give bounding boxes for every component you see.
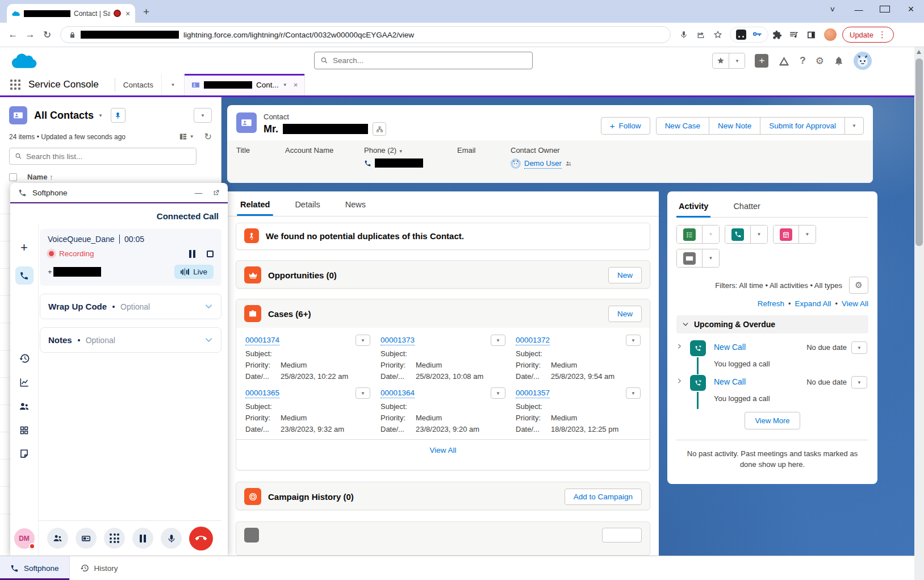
nav-tab-contacts[interactable]: Contacts	[115, 74, 161, 95]
add-to-campaign-button[interactable]: Add to Campaign	[565, 489, 642, 505]
app-launcher-waffle-icon[interactable]	[10, 80, 20, 90]
workspace-subtab-contact[interactable]: Cont... ▼ ×	[184, 74, 305, 95]
back-button[interactable]: ←	[5, 29, 22, 40]
expand-all-link[interactable]: Expand All	[795, 299, 831, 308]
refresh-list-icon[interactable]: ↻	[204, 131, 212, 142]
list-search-input[interactable]	[26, 152, 191, 161]
new-case-button[interactable]: New Case	[656, 117, 709, 135]
notifications-bell-icon[interactable]	[834, 56, 844, 66]
browser-menu-kebab-icon[interactable]: ⋮	[878, 30, 887, 40]
list-view-selector-caret-icon[interactable]: ▼	[98, 113, 103, 118]
select-all-checkbox[interactable]	[9, 173, 17, 181]
tab-close-icon[interactable]: ×	[126, 9, 130, 18]
playlist-icon[interactable]	[785, 26, 802, 43]
display-settings-icon[interactable]: ▼	[179, 132, 194, 141]
opportunities-title[interactable]: Opportunities (0)	[268, 270, 337, 280]
list-actions-caret-button[interactable]: ▼	[194, 108, 212, 123]
extensions-puzzle-icon[interactable]	[768, 26, 785, 43]
new-tab-button[interactable]: +	[143, 6, 149, 18]
bookmark-star-icon[interactable]	[709, 26, 726, 43]
case-number-link[interactable]: 00001357	[516, 389, 550, 398]
chevron-down-icon[interactable]	[204, 336, 213, 344]
reload-button[interactable]: ↻	[39, 29, 56, 41]
dialpad-icon[interactable]	[104, 528, 125, 549]
forward-button[interactable]: →	[22, 29, 39, 40]
browser-update-button[interactable]: Update ⋮	[842, 27, 894, 43]
tab-news[interactable]: News	[345, 200, 366, 216]
extension-boxdots-icon[interactable]	[736, 30, 746, 40]
scrollbar-up-arrow[interactable]	[917, 50, 921, 54]
address-bar[interactable]: lightning.force.com/lightning/r/Contact/…	[60, 26, 671, 43]
tab-details[interactable]: Details	[295, 200, 320, 216]
global-search-input[interactable]	[333, 56, 526, 65]
user-avatar[interactable]	[854, 52, 872, 70]
follow-button[interactable]: + Follow	[601, 117, 650, 135]
contacts-icon[interactable]	[18, 400, 30, 412]
case-number-link[interactable]: 00001364	[381, 389, 415, 398]
browser-profile-avatar[interactable]	[824, 28, 837, 41]
softphone-header[interactable]: Softphone —	[10, 183, 228, 203]
activity-actions-caret[interactable]: ▼	[851, 341, 867, 354]
help-icon[interactable]: ?	[800, 55, 805, 66]
nav-tab-contacts-caret-icon[interactable]: ▼	[161, 74, 184, 95]
sidebar-icon[interactable]	[802, 26, 820, 43]
window-minimize-button[interactable]: —	[854, 5, 864, 14]
case-number-link[interactable]: 00001374	[245, 336, 279, 345]
scrollbar-thumb[interactable]	[915, 59, 923, 246]
related-list-action-button[interactable]	[602, 528, 642, 543]
activity-title-link[interactable]: New Call	[714, 377, 802, 386]
view-hierarchy-button[interactable]	[373, 122, 386, 136]
new-task-button[interactable]	[677, 226, 702, 243]
change-owner-icon[interactable]	[565, 160, 572, 167]
case-number-link[interactable]: 00001373	[381, 336, 415, 345]
stop-recording-icon[interactable]	[207, 251, 214, 257]
phone-field-label[interactable]: Phone (2) ▼	[364, 146, 449, 155]
owner-link[interactable]: Demo User	[524, 159, 562, 169]
minimize-softphone-button[interactable]: —	[195, 189, 202, 197]
window-close-button[interactable]: ×	[906, 3, 916, 15]
cases-title[interactable]: Cases (6+)	[268, 309, 311, 319]
new-task-caret[interactable]: ▼	[702, 226, 719, 243]
case-row-actions-caret[interactable]: ▼	[356, 387, 370, 399]
tab-chatter[interactable]: Chatter	[733, 202, 760, 217]
call-history-icon[interactable]	[19, 353, 30, 364]
window-maximize-button[interactable]	[880, 5, 890, 14]
expand-chevron-icon[interactable]	[676, 343, 683, 349]
hold-call-icon[interactable]	[132, 528, 153, 549]
global-search-box[interactable]	[314, 52, 533, 69]
global-actions-plus-icon[interactable]: +	[755, 54, 768, 68]
subtab-caret-icon[interactable]: ▼	[283, 82, 287, 87]
upcoming-overdue-section-header[interactable]: Upcoming & Overdue	[676, 315, 868, 333]
case-number-link[interactable]: 00001372	[516, 336, 550, 345]
new-call-plus-icon[interactable]: +	[20, 240, 28, 255]
log-a-call-caret[interactable]: ▼	[750, 226, 767, 243]
new-note-button[interactable]: New Note	[709, 117, 760, 135]
case-row-actions-caret[interactable]: ▼	[356, 335, 370, 346]
cases-view-all-link[interactable]: View All	[429, 446, 456, 454]
list-search-box[interactable]	[9, 148, 196, 165]
utility-history-tab[interactable]: History	[70, 556, 128, 580]
new-opportunity-button[interactable]: New	[608, 267, 642, 283]
case-number-link[interactable]: 00001365	[245, 389, 279, 398]
stats-chart-icon[interactable]	[19, 377, 30, 388]
case-row-actions-caret[interactable]: ▼	[626, 335, 641, 346]
page-scrollbar[interactable]	[914, 47, 924, 580]
notes-icon[interactable]	[19, 448, 30, 459]
tab-activity[interactable]: Activity	[679, 202, 708, 217]
favorites-caret-icon[interactable]: ▼	[729, 53, 745, 68]
pause-recording-icon[interactable]	[189, 250, 195, 258]
extension-key-icon[interactable]	[752, 30, 762, 40]
activity-actions-caret[interactable]: ▼	[851, 376, 867, 389]
end-call-button[interactable]	[189, 527, 213, 550]
expand-chevron-icon[interactable]	[676, 378, 683, 384]
tab-related[interactable]: Related	[240, 200, 270, 216]
setup-gear-icon[interactable]: ⚙	[816, 55, 824, 67]
chevron-down-icon[interactable]	[204, 302, 213, 311]
activity-title-link[interactable]: New Call	[714, 343, 802, 352]
view-more-button[interactable]: View More	[745, 412, 800, 429]
case-row-actions-caret[interactable]: ▼	[491, 335, 505, 346]
new-event-button[interactable]	[774, 226, 798, 243]
case-row-actions-caret[interactable]: ▼	[626, 387, 641, 399]
tab-search-chevron-icon[interactable]: ˅	[827, 5, 838, 14]
popout-icon[interactable]	[212, 189, 220, 197]
